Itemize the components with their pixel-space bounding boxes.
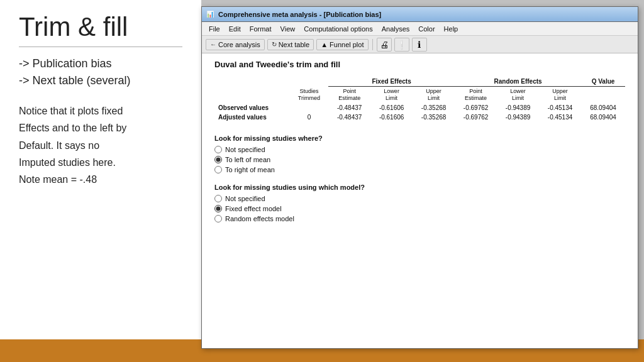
slide-notes: Notice that it plots fixed Effects and t… — [19, 102, 182, 188]
col-re-upper: UpperLimit — [539, 87, 581, 103]
group-header-q: Q Value — [581, 77, 625, 87]
cell-adj-fe-upper: -0.35268 — [413, 112, 455, 122]
col-q — [581, 87, 625, 103]
radio-option-right-of-mean: To right of mean — [214, 166, 625, 173]
col-fe-point: PointEstimate — [328, 87, 370, 103]
info-icon-1: ❕ — [396, 40, 407, 50]
left-panel: Trim & fill -> Publication bias -> Next … — [0, 0, 201, 339]
next-arrows-icon: ↻ — [272, 41, 277, 48]
radio-option-random-effects: Random effects model — [214, 215, 625, 222]
info-button-1[interactable]: ❕ — [394, 38, 409, 52]
group-header-fixed: Fixed Effects — [328, 77, 455, 87]
back-arrow-icon: ← — [210, 41, 216, 48]
divider — [19, 47, 182, 47]
cell-obs-re-upper: -0.45134 — [539, 103, 581, 112]
trim-fill-table: StudiesTrimmed Fixed Effects Random Effe… — [214, 77, 625, 122]
radio-random-effects[interactable] — [214, 215, 222, 222]
note-line-1: Notice that it plots fixed — [19, 106, 123, 116]
group-header-random: Random Effects — [455, 77, 581, 87]
radio-left-of-mean[interactable] — [214, 156, 222, 163]
note-line-5: Note mean = -.48 — [19, 174, 97, 185]
menu-analyses[interactable]: Analyses — [377, 24, 414, 34]
cell-obs-fe-upper: -0.35268 — [413, 103, 455, 112]
radio-fixed-label: Fixed effect model — [225, 205, 282, 212]
missing-studies-location-section: Look for missing studies where? Not spec… — [214, 134, 625, 173]
note-line-2: Effects and to the left by — [19, 123, 126, 133]
col-fe-upper: UpperLimit — [413, 87, 455, 103]
radio-right-of-mean[interactable] — [214, 166, 222, 173]
radio-right-label: To right of mean — [225, 166, 275, 173]
missing-studies-model-section: Look for missing studies using which mod… — [214, 184, 625, 222]
funnel-icon: ▲ — [321, 41, 328, 48]
radio-option-left-of-mean: To left of mean — [214, 156, 625, 163]
table-row: Observed values -0.48437 -0.61606 -0.352… — [214, 103, 625, 112]
col-re-point: PointEstimate — [455, 87, 497, 103]
note-line-3: Default. It says no — [19, 140, 99, 151]
col-fe-lower: LowerLimit — [370, 87, 413, 103]
printer-icon: 🖨 — [380, 40, 389, 50]
toolbar: ← Core analysis ↻ Next table ▲ Funnel pl… — [202, 36, 638, 53]
row-label-adjusted: Adjusted values — [214, 112, 290, 122]
table-row: Adjusted values 0 -0.48437 -0.61606 -0.3… — [214, 112, 625, 122]
cell-obs-q: 68.09404 — [581, 103, 625, 112]
menu-format[interactable]: Format — [245, 24, 276, 34]
radio-not-specified-1[interactable] — [214, 146, 222, 153]
menu-computational-options[interactable]: Computational options — [299, 24, 377, 34]
cell-obs-fe-point: -0.48437 — [328, 103, 370, 112]
window-title: Comprehensive meta analysis - [Publicati… — [218, 11, 381, 18]
cell-obs-re-lower: -0.94389 — [497, 103, 539, 112]
cell-adj-q: 68.09404 — [581, 112, 625, 122]
radio-fixed-effect[interactable] — [214, 205, 222, 212]
menu-file[interactable]: File — [204, 24, 225, 34]
print-button[interactable]: 🖨 — [377, 38, 392, 52]
cell-obs-re-point: -0.69762 — [455, 103, 497, 112]
results-table: StudiesTrimmed Fixed Effects Random Effe… — [214, 77, 625, 122]
info-button-2[interactable]: ℹ — [412, 38, 427, 52]
funnel-label: Funnel plot — [330, 41, 364, 48]
menu-help[interactable]: Help — [440, 24, 463, 34]
cell-adj-re-upper: -0.45134 — [539, 112, 581, 122]
col-header-empty — [214, 77, 290, 103]
toolbar-separator — [372, 39, 373, 50]
radio-not-specified-2[interactable] — [214, 195, 222, 202]
app-icon: 📊 — [206, 10, 214, 19]
menu-edit[interactable]: Edit — [225, 24, 245, 34]
info-icon-2: ℹ — [418, 40, 421, 50]
back-button-label: Core analysis — [218, 41, 260, 48]
radio-not-specified-1-label: Not specified — [225, 146, 265, 153]
radio-option-not-specified-2: Not specified — [214, 195, 625, 202]
cell-adj-re-point: -0.69762 — [455, 112, 497, 122]
back-to-core-analysis-button[interactable]: ← Core analysis — [206, 39, 265, 50]
cell-adj-re-lower: -0.94389 — [497, 112, 539, 122]
radio-section1-label: Look for missing studies where? — [214, 134, 625, 142]
menu-color[interactable]: Color — [414, 24, 439, 34]
cell-obs-studies — [290, 103, 328, 112]
menu-bar: File Edit Format View Computational opti… — [202, 22, 638, 36]
section-heading: Duval and Tweedie's trim and fill — [214, 60, 625, 69]
menu-view[interactable]: View — [276, 24, 300, 34]
radio-option-not-specified-1: Not specified — [214, 146, 625, 153]
note-line-4: Imputed studies here. — [19, 157, 116, 168]
content-area: Duval and Tweedie's trim and fill Studie… — [202, 53, 638, 348]
title-bar: 📊 Comprehensive meta analysis - [Publica… — [202, 7, 638, 22]
col-header-studies-trimmed: StudiesTrimmed — [290, 77, 328, 103]
next-table-button[interactable]: ↻ Next table — [267, 39, 314, 50]
radio-option-fixed-effect: Fixed effect model — [214, 205, 625, 212]
col-re-lower: LowerLimit — [497, 87, 539, 103]
funnel-plot-button[interactable]: ▲ Funnel plot — [316, 39, 368, 50]
radio-random-label: Random effects model — [225, 215, 294, 222]
app-window: 📊 Comprehensive meta analysis - [Publica… — [201, 6, 638, 349]
cell-adj-fe-point: -0.48437 — [328, 112, 370, 122]
radio-not-specified-2-label: Not specified — [225, 195, 265, 202]
radio-left-label: To left of mean — [225, 156, 270, 163]
slide-title: Trim & fill — [19, 13, 182, 41]
radio-section2-label: Look for missing studies using which mod… — [214, 184, 625, 191]
next-table-label: Next table — [279, 41, 310, 48]
cell-adj-studies: 0 — [290, 112, 328, 122]
left-item-2: -> Next table (several) — [19, 74, 182, 87]
cell-adj-fe-lower: -0.61606 — [370, 112, 413, 122]
row-label-observed: Observed values — [214, 103, 290, 112]
left-item-1: -> Publication bias — [19, 57, 182, 70]
cell-obs-fe-lower: -0.61606 — [370, 103, 413, 112]
